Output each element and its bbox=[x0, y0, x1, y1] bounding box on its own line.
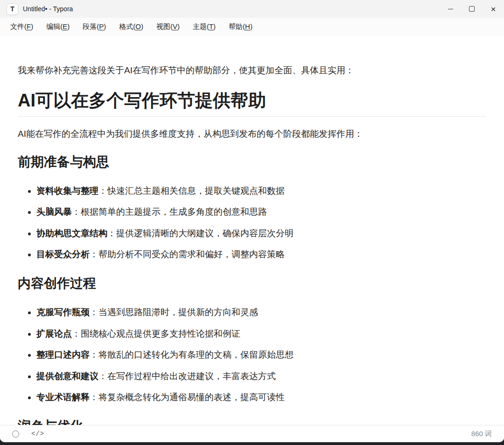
list-item-desc: ：将复杂概念转化为通俗易懂的表述，提高可读性 bbox=[90, 392, 285, 402]
heading-h2-creation[interactable]: 内容创作过程 bbox=[18, 275, 486, 291]
status-bar: </> 860 词 bbox=[0, 425, 504, 442]
list-item[interactable]: 专业术语解释：将复杂概念转化为通俗易懂的表述，提高可读性 bbox=[36, 391, 486, 404]
list-item[interactable]: 目标受众分析：帮助分析不同受众的需求和偏好，调整内容策略 bbox=[36, 248, 486, 261]
circle-icon bbox=[12, 431, 19, 438]
window-title: Untitled• - Typora bbox=[23, 5, 73, 13]
menu-label: ) bbox=[67, 22, 70, 30]
list-item-term: 目标受众分析 bbox=[36, 249, 90, 259]
menu-mnemonic: H bbox=[245, 22, 250, 30]
bullet-list-preparation: 资料收集与整理：快速汇总主题相关信息，提取关键观点和数据 头脑风暴：根据简单的主… bbox=[18, 185, 486, 261]
typora-window: T Untitled• - Typora × 文件(F) 编辑(E) 段落(P)… bbox=[0, 0, 504, 442]
intro-paragraph[interactable]: 我来帮你补充完善这段关于AI在写作环节中的帮助部分，使其更加全面、具体且实用： bbox=[18, 64, 486, 77]
list-item-desc: ：帮助分析不同受众的需求和偏好，调整内容策略 bbox=[90, 249, 285, 259]
menu-label: ) bbox=[31, 22, 33, 30]
menu-mnemonic: F bbox=[27, 22, 31, 30]
list-item[interactable]: 头脑风暴：根据简单的主题提示，生成多角度的创意和思路 bbox=[36, 206, 486, 219]
typora-logo-icon: T bbox=[7, 3, 18, 15]
menu-item-view[interactable]: 视图(V) bbox=[150, 20, 186, 34]
list-item[interactable]: 资料收集与整理：快速汇总主题相关信息，提取关键观点和数据 bbox=[36, 185, 486, 198]
menu-item-help[interactable]: 帮助(H) bbox=[222, 20, 259, 34]
menu-mnemonic: P bbox=[99, 22, 104, 30]
list-item[interactable]: 提供创意和建议：在写作过程中给出改进建议，丰富表达方式 bbox=[36, 370, 486, 383]
lead-paragraph[interactable]: AI能在写作的全流程中为我们提供多维度支持，从构思到发布的每个阶段都能发挥作用： bbox=[18, 128, 486, 141]
menu-label: 编辑( bbox=[46, 22, 63, 30]
editor-area[interactable]: 我来帮你补充完善这段关于AI在写作环节中的帮助部分，使其更加全面、具体且实用： … bbox=[0, 35, 504, 425]
list-item[interactable]: 协助构思文章结构：提供逻辑清晰的大纲建议，确保内容层次分明 bbox=[36, 227, 486, 240]
code-icon: </> bbox=[31, 430, 44, 438]
list-item-term: 头脑风暴 bbox=[36, 207, 72, 217]
menu-item-paragraph[interactable]: 段落(P) bbox=[76, 20, 112, 34]
list-item-term: 协助构思文章结构 bbox=[36, 228, 107, 238]
desktop-backdrop: T Untitled• - Typora × 文件(F) 编辑(E) 段落(P)… bbox=[0, 0, 504, 445]
list-item-desc: ：将散乱的口述转化为有条理的文稿，保留原始思想 bbox=[90, 350, 294, 360]
heading-h1[interactable]: AI可以在多个写作环节提供帮助 bbox=[18, 90, 486, 117]
list-item-desc: ：根据简单的主题提示，生成多角度的创意和思路 bbox=[72, 207, 267, 217]
menu-label: 主题( bbox=[193, 22, 209, 30]
menu-item-file[interactable]: 文件(F) bbox=[4, 20, 40, 34]
menu-mnemonic: V bbox=[173, 22, 177, 30]
maximize-icon bbox=[469, 6, 475, 12]
menu-mnemonic: E bbox=[63, 22, 67, 30]
source-mode-button[interactable]: </> bbox=[31, 430, 44, 438]
heading-h2-preparation[interactable]: 前期准备与构思 bbox=[18, 154, 486, 170]
list-item-term: 扩展论点 bbox=[36, 329, 72, 339]
minimize-button[interactable] bbox=[440, 0, 461, 18]
list-item-term: 专业术语解释 bbox=[36, 392, 90, 402]
menu-mnemonic: O bbox=[135, 22, 141, 30]
menu-bar: 文件(F) 编辑(E) 段落(P) 格式(O) 视图(V) 主题(T) 帮助(H… bbox=[0, 18, 504, 35]
menu-label: 视图( bbox=[156, 22, 173, 30]
menu-label: ) bbox=[177, 22, 180, 30]
menu-item-format[interactable]: 格式(O) bbox=[112, 20, 150, 34]
menu-label: ) bbox=[104, 22, 106, 30]
menu-label: 文件( bbox=[10, 22, 27, 30]
menu-label: ) bbox=[141, 22, 143, 30]
list-item[interactable]: 整理口述内容：将散乱的口述转化为有条理的文稿，保留原始思想 bbox=[36, 349, 486, 361]
menu-label: ) bbox=[213, 22, 216, 30]
close-icon: × bbox=[490, 5, 496, 14]
list-item[interactable]: 克服写作瓶颈：当遇到思路阻滞时，提供新的方向和灵感 bbox=[36, 306, 486, 319]
menu-item-theme[interactable]: 主题(T) bbox=[186, 20, 222, 34]
outline-toggle-button[interactable] bbox=[12, 431, 19, 438]
close-button[interactable]: × bbox=[483, 0, 504, 18]
list-item-term: 整理口述内容 bbox=[36, 350, 90, 360]
title-bar[interactable]: T Untitled• - Typora × bbox=[0, 0, 504, 18]
window-controls: × bbox=[440, 0, 504, 18]
document-body[interactable]: 我来帮你补充完善这段关于AI在写作环节中的帮助部分，使其更加全面、具体且实用： … bbox=[0, 35, 504, 425]
list-item-term: 资料收集与整理 bbox=[36, 186, 98, 196]
list-item-term: 克服写作瓶颈 bbox=[36, 307, 90, 317]
maximize-button[interactable] bbox=[461, 0, 483, 18]
list-item-desc: ：快速汇总主题相关信息，提取关键观点和数据 bbox=[98, 186, 285, 196]
heading-h2-polish[interactable]: 润色与优化 bbox=[18, 418, 486, 425]
list-item[interactable]: 扩展论点：围绕核心观点提供更多支持性论据和例证 bbox=[36, 328, 486, 340]
list-item-desc: ：在写作过程中给出改进建议，丰富表达方式 bbox=[98, 371, 276, 381]
minimize-icon bbox=[448, 9, 453, 9]
menu-label: 段落( bbox=[83, 22, 99, 30]
menu-mnemonic: T bbox=[209, 22, 213, 30]
bullet-list-creation: 克服写作瓶颈：当遇到思路阻滞时，提供新的方向和灵感 扩展论点：围绕核心观点提供更… bbox=[18, 306, 486, 404]
list-item-term: 提供创意和建议 bbox=[36, 371, 98, 381]
menu-label: 格式( bbox=[119, 22, 135, 30]
menu-item-edit[interactable]: 编辑(E) bbox=[40, 20, 76, 34]
menu-label: 帮助( bbox=[229, 22, 245, 30]
list-item-desc: ：围绕核心观点提供更多支持性论据和例证 bbox=[72, 329, 240, 339]
list-item-desc: ：提供逻辑清晰的大纲建议，确保内容层次分明 bbox=[107, 228, 294, 238]
menu-label: ) bbox=[250, 22, 252, 30]
list-item-desc: ：当遇到思路阻滞时，提供新的方向和灵感 bbox=[90, 307, 258, 317]
word-count[interactable]: 860 词 bbox=[471, 430, 492, 438]
